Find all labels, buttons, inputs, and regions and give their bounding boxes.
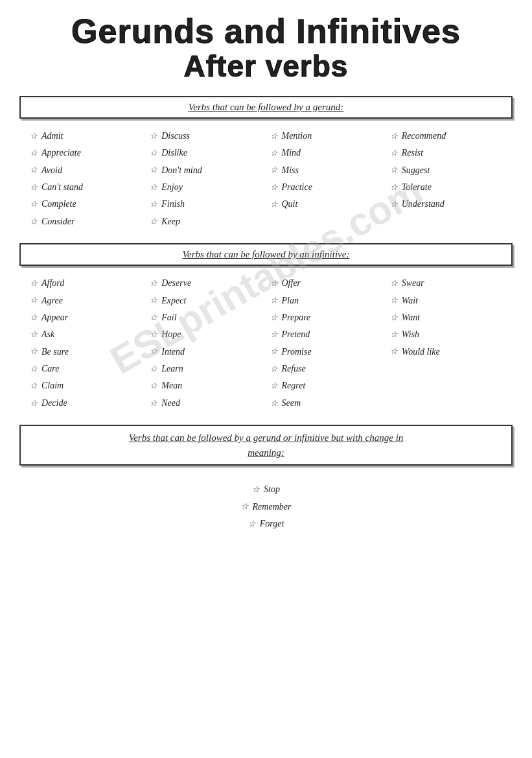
star-icon: ☆	[150, 181, 157, 195]
star-icon: ☆	[150, 277, 157, 290]
star-icon: ☆	[390, 181, 398, 195]
star-icon: ☆	[150, 345, 157, 359]
title-line2: After verbs	[19, 50, 513, 83]
star-icon: ☆	[270, 147, 278, 160]
list-item: ☆Don't mind	[150, 163, 262, 178]
star-icon: ☆	[270, 311, 278, 325]
list-item: ☆Intend	[150, 345, 262, 359]
list-item: ☆Dislike	[150, 146, 262, 160]
list-item: ☆Resist	[390, 146, 502, 160]
list-item: ☆Forget	[248, 517, 284, 531]
list-item: ☆Can't stand	[30, 180, 142, 195]
star-icon: ☆	[150, 147, 157, 160]
star-icon: ☆	[390, 328, 398, 342]
star-icon: ☆	[30, 198, 38, 211]
star-icon: ☆	[390, 163, 398, 177]
list-item: ☆Recommend	[390, 129, 502, 143]
star-icon: ☆	[30, 362, 38, 376]
list-item: ☆Refuse	[270, 362, 382, 376]
list-item: ☆Practice	[270, 180, 382, 195]
list-item: ☆Promise	[270, 345, 382, 359]
list-item: ☆Afford	[30, 276, 142, 290]
star-icon: ☆	[270, 130, 278, 143]
list-item: ☆Plan	[270, 294, 382, 308]
star-icon: ☆	[30, 181, 38, 195]
star-icon: ☆	[150, 198, 157, 211]
infinitive-col-3: ☆Offer ☆Plan ☆Prepare ☆Pretend ☆Promise …	[266, 276, 386, 410]
star-icon: ☆	[30, 163, 38, 177]
change-meaning-list: ☆Stop ☆Remember ☆Forget	[19, 476, 513, 538]
star-icon: ☆	[270, 328, 278, 342]
list-item: ☆Prepare	[270, 311, 382, 325]
gerund-col-1: ☆Admit ☆Appreciate ☆Avoid ☆Can't stand ☆…	[26, 129, 146, 229]
list-item: ☆Finish	[150, 197, 262, 211]
gerund-header-text: Verbs that can be followed by a gerund:	[31, 102, 501, 113]
star-icon: ☆	[30, 397, 38, 410]
gerund-section: Verbs that can be followed by a gerund: …	[19, 96, 513, 229]
list-item: ☆Mention	[270, 129, 382, 143]
star-icon: ☆	[241, 500, 249, 514]
star-icon: ☆	[150, 397, 157, 410]
star-icon: ☆	[150, 311, 157, 325]
change-meaning-section: Verbs that can be followed by a gerund o…	[19, 425, 513, 538]
list-item: ☆Consider	[30, 215, 142, 229]
list-item: ☆Stop	[252, 482, 280, 497]
change-meaning-header-text: Verbs that can be followed by a gerund o…	[31, 431, 501, 460]
list-item: ☆Agree	[30, 294, 142, 308]
star-icon: ☆	[270, 397, 278, 410]
star-icon: ☆	[30, 345, 38, 359]
list-item: ☆Would like	[390, 345, 502, 359]
list-item: ☆Learn	[150, 362, 262, 376]
infinitive-section: Verbs that can be followed by an infinit…	[19, 243, 513, 410]
list-item: ☆Remember	[241, 500, 292, 514]
star-icon: ☆	[390, 147, 398, 160]
list-item: ☆Keep	[150, 215, 262, 229]
star-icon: ☆	[270, 198, 278, 211]
gerund-columns: ☆Admit ☆Appreciate ☆Avoid ☆Can't stand ☆…	[19, 129, 513, 229]
star-icon: ☆	[150, 379, 157, 393]
list-item: ☆Regret	[270, 379, 382, 393]
star-icon: ☆	[270, 362, 278, 376]
list-item: ☆Mind	[270, 146, 382, 160]
list-item: ☆Decide	[30, 396, 142, 410]
star-icon: ☆	[270, 294, 278, 307]
list-item: ☆Miss	[270, 163, 382, 178]
list-item: ☆Appear	[30, 311, 142, 325]
list-item: ☆Appreciate	[30, 146, 142, 160]
gerund-header-box: Verbs that can be followed by a gerund:	[19, 96, 513, 119]
list-item: ☆Seem	[270, 396, 382, 410]
star-icon: ☆	[270, 379, 278, 393]
star-icon: ☆	[390, 277, 398, 290]
star-icon: ☆	[270, 181, 278, 195]
list-item: ☆Fail	[150, 311, 262, 325]
star-icon: ☆	[30, 215, 38, 229]
list-item: ☆Avoid	[30, 163, 142, 178]
star-icon: ☆	[30, 328, 38, 342]
star-icon: ☆	[390, 198, 398, 211]
star-icon: ☆	[30, 311, 38, 325]
list-item: ☆Need	[150, 396, 262, 410]
star-icon: ☆	[270, 163, 278, 177]
star-icon: ☆	[390, 294, 398, 307]
infinitive-header-text: Verbs that can be followed by an infinit…	[31, 249, 501, 260]
list-item: ☆Understand	[390, 197, 502, 211]
star-icon: ☆	[150, 130, 157, 143]
infinitive-col-4: ☆Swear ☆Wait ☆Want ☆Wish ☆Would like	[386, 276, 506, 410]
infinitive-header-box: Verbs that can be followed by an infinit…	[19, 243, 513, 266]
gerund-col-4: ☆Recommend ☆Resist ☆Suggest ☆Tolerate ☆U…	[386, 129, 506, 229]
list-item: ☆Be sure	[30, 345, 142, 359]
list-item: ☆Quit	[270, 197, 382, 211]
list-item: ☆Claim	[30, 379, 142, 393]
star-icon: ☆	[150, 163, 157, 177]
star-icon: ☆	[150, 294, 157, 307]
list-item: ☆Ask	[30, 327, 142, 342]
star-icon: ☆	[390, 311, 398, 325]
list-item: ☆Discuss	[150, 129, 262, 143]
list-item: ☆Deserve	[150, 276, 262, 290]
star-icon: ☆	[30, 130, 38, 143]
star-icon: ☆	[390, 130, 398, 143]
gerund-col-2: ☆Discuss ☆Dislike ☆Don't mind ☆Enjoy ☆Fi…	[146, 129, 266, 229]
list-item: ☆Care	[30, 362, 142, 376]
list-item: ☆Complete	[30, 197, 142, 211]
list-item: ☆Pretend	[270, 327, 382, 342]
